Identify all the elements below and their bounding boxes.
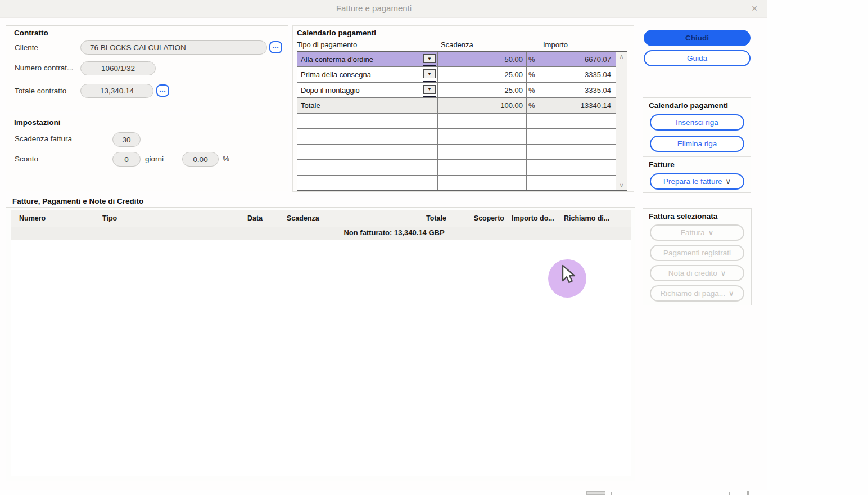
sconto-percent-input[interactable]: 0.00 [182, 152, 219, 166]
fatture-section-title: Fatture, Pagamenti e Note di Credito [12, 197, 143, 205]
numero-contratto-label: Numero contrat... [15, 64, 73, 72]
fattura-selezionata-title: Fattura selezionata [649, 212, 717, 220]
dropdown-focus-underline [423, 65, 436, 66]
dropdown-focus-underline [423, 81, 436, 82]
percent-cell[interactable]: 50.00 [490, 52, 527, 66]
col-header-scadenza: Scadenza [441, 40, 473, 49]
prepara-le-fatture-button[interactable]: Prepara le fatture ∨ [650, 173, 744, 190]
dropdown-arrow-icon[interactable]: ▼ [423, 85, 436, 94]
fatture-e-pagamenti-window: Fatture e pagamenti × Contratto Cliente … [0, 0, 868, 495]
giorni-label: giorni [145, 155, 164, 163]
scadenza-cell[interactable] [438, 52, 490, 66]
total-label-cell: Totale [297, 98, 438, 112]
dropdown-arrow-icon[interactable]: ▼ [423, 69, 436, 78]
contratto-title: Contratto [14, 29, 48, 37]
cutoff-fragment [586, 491, 605, 495]
nota-di-credito-label: Nota di credito [668, 269, 717, 277]
fattura-selezionata-box: Fattura selezionata Fattura ∨ Pagamenti … [643, 208, 752, 305]
mouse-cursor-icon [558, 263, 577, 286]
inserisci-riga-button[interactable]: Inserisci riga [650, 114, 744, 130]
cliente-more-icon[interactable]: ••• [269, 41, 282, 53]
guida-label: Guida [687, 54, 707, 62]
col-scadenza: Scadenza [287, 214, 319, 222]
nota-di-credito-button-disabled[interactable]: Nota di credito ∨ [650, 265, 744, 281]
percent-sign-cell: % [527, 98, 539, 112]
empty-row[interactable] [297, 160, 616, 175]
table-row[interactable]: Dopo il montaggio ▼ 25.00 % 3335.04 [297, 83, 616, 98]
percent-label: % [223, 155, 229, 163]
col-importo-dovuto: Importo do... [512, 214, 554, 222]
empty-row[interactable] [297, 145, 616, 160]
payment-type-cell: Dopo il montaggio [301, 86, 360, 94]
importo-cell: 13340.14 [539, 98, 616, 112]
table-row-total: Totale 100.00 % 13340.14 [297, 98, 616, 113]
pagamenti-registrati-button-disabled[interactable]: Pagamenti registrati [650, 245, 744, 261]
scroll-down-icon[interactable]: ∨ [616, 182, 627, 189]
fattura-button-disabled[interactable]: Fattura ∨ [650, 224, 744, 241]
percent-sign-cell: % [527, 83, 539, 97]
payment-type-cell: Alla conferma d'ordine [301, 55, 373, 64]
percent-cell: 100.00 [490, 98, 527, 112]
elimina-riga-label: Elimina riga [677, 140, 717, 148]
scadenza-cell[interactable] [438, 67, 490, 82]
close-icon[interactable]: × [748, 2, 761, 15]
col-totale: Totale [407, 214, 446, 222]
calendario-table: Alla conferma d'ordine ▼ 50.00 % 6670.07… [297, 51, 627, 191]
chevron-down-icon: ∨ [708, 228, 714, 237]
col-header-tipo: Tipo di pagamento [297, 40, 357, 49]
contratto-panel: Contratto Cliente 76 BLOCKS CALCULATION … [6, 25, 288, 111]
elimina-riga-button[interactable]: Elimina riga [650, 136, 744, 152]
chevron-down-icon: ∨ [729, 289, 734, 298]
percent-sign-cell: % [527, 67, 539, 82]
payment-type-cell: Prima della consegna [301, 70, 371, 79]
empty-row[interactable] [297, 114, 616, 129]
titlebar: Fatture e pagamenti × [0, 0, 767, 18]
cutoff-fragment [729, 492, 730, 495]
col-richiamo: Richiamo di... [564, 214, 609, 222]
sconto-label: Sconto [15, 155, 38, 163]
empty-row[interactable] [297, 176, 616, 190]
fatture-table-header: Numero Tipo Data Scadenza Totale Scopert… [11, 210, 631, 227]
non-fatturato-text: Non fatturato: 13,340.14 GBP [310, 228, 478, 237]
scadenza-cell[interactable] [438, 83, 490, 97]
col-numero: Numero [19, 214, 46, 222]
chiudi-label: Chiudi [685, 34, 709, 42]
impostazioni-panel: Impostazioni Scadenza fattura 30 Sconto … [6, 115, 288, 191]
dropdown-arrow-icon[interactable]: ▼ [423, 54, 436, 63]
impostazioni-title: Impostazioni [14, 118, 61, 127]
totale-contratto-field[interactable]: 13,340.14 [80, 84, 153, 98]
sconto-giorni-input[interactable]: 0 [112, 152, 141, 166]
importo-cell[interactable]: 3335.04 [539, 83, 616, 97]
sidebar-calendario-title: Calendario pagamenti [649, 101, 728, 110]
totale-more-icon[interactable]: ••• [156, 84, 169, 97]
dropdown-focus-underline [423, 96, 436, 97]
percent-cell[interactable]: 25.00 [490, 67, 527, 82]
percent-cell[interactable]: 25.00 [490, 83, 527, 97]
sidebar-divider [643, 156, 751, 157]
scroll-up-icon[interactable]: ∧ [616, 53, 627, 60]
scadenza-fattura-label: Scadenza fattura [15, 134, 72, 143]
importo-cell[interactable]: 3335.04 [539, 67, 616, 82]
scadenza-fattura-input[interactable]: 30 [112, 132, 141, 147]
table-row[interactable]: Alla conferma d'ordine ▼ 50.00 % 6670.07 [297, 52, 616, 67]
table-row[interactable]: Prima della consegna ▼ 25.00 % 3335.04 [297, 67, 616, 82]
numero-contratto-field[interactable]: 1060/1/32 [80, 61, 156, 75]
empty-row[interactable] [297, 129, 616, 144]
chiudi-button[interactable]: Chiudi [644, 30, 751, 46]
calendario-grid: Alla conferma d'ordine ▼ 50.00 % 6670.07… [297, 52, 616, 190]
scrollbar[interactable]: ∧ ∨ [616, 52, 627, 190]
fatture-panel: Numero Tipo Data Scadenza Totale Scopert… [6, 207, 635, 482]
prepara-le-fatture-label: Prepara le fatture [663, 177, 722, 186]
dialog-body: Contratto Cliente 76 BLOCKS CALCULATION … [0, 18, 767, 490]
cliente-label: Cliente [15, 43, 38, 52]
chevron-down-icon: ∨ [721, 269, 726, 277]
cliente-field[interactable]: 76 BLOCKS CALCULATION [80, 40, 267, 55]
cutoff-fragment [747, 491, 749, 495]
importo-cell[interactable]: 6670.07 [539, 52, 616, 66]
chevron-down-icon: ∨ [725, 177, 731, 186]
fattura-label: Fattura [681, 228, 705, 237]
guida-button[interactable]: Guida [644, 50, 751, 66]
inserisci-riga-label: Inserisci riga [676, 118, 718, 127]
richiamo-di-pagamento-button-disabled[interactable]: Richiamo di paga... ∨ [650, 285, 744, 302]
cutoff-fragment [611, 492, 612, 495]
